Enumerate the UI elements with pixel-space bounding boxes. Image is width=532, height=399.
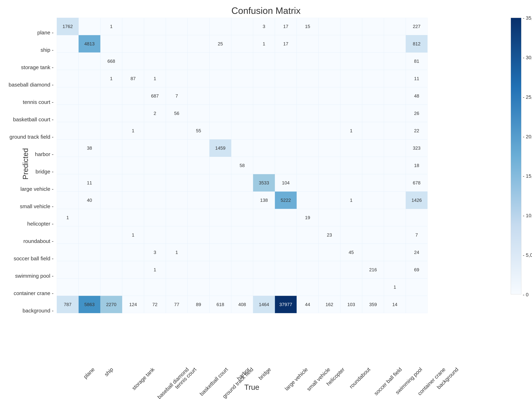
cell-16-14: 359 [362, 296, 384, 313]
cell-4-1 [79, 87, 100, 105]
cell-value-16-9: 1464 [259, 302, 269, 307]
cell-16-13: 103 [340, 296, 362, 313]
cell-12-9 [253, 226, 275, 244]
colorbar: - 35,000- 30,000- 25,000- 20,000- 15,000… [511, 18, 521, 316]
cell-value-9-1: 11 [87, 180, 92, 186]
cell-5-8 [231, 105, 253, 122]
cell-12-0 [57, 226, 79, 244]
cell-15-15: 1 [384, 279, 406, 296]
cell-8-15 [384, 157, 406, 174]
cell-13-0 [57, 244, 79, 261]
cell-14-4: 1 [144, 261, 166, 279]
cell-4-3 [122, 87, 144, 105]
cell-8-0 [57, 157, 79, 174]
cell-15-11 [297, 279, 318, 296]
cell-16-15: 14 [384, 296, 406, 313]
cell-8-1 [79, 157, 100, 174]
cell-13-5: 1 [166, 244, 188, 261]
colorbar-label-7: - 0 [523, 292, 529, 298]
cell-9-5 [166, 174, 188, 191]
cell-3-15 [384, 70, 406, 87]
cell-9-16: 678 [406, 174, 428, 191]
cell-value-2-2: 668 [108, 58, 115, 64]
cell-2-13 [340, 52, 362, 70]
cell-1-6 [188, 35, 209, 52]
cell-6-15 [384, 122, 406, 139]
cell-2-8 [231, 52, 253, 70]
cell-1-4 [144, 35, 166, 52]
cell-1-15 [384, 35, 406, 52]
row-label-14: swimming pool - [15, 267, 54, 285]
cell-5-13 [340, 105, 362, 122]
cell-value-10-9: 138 [260, 197, 268, 203]
cell-16-6: 89 [188, 296, 209, 313]
cell-10-10: 5222 [275, 191, 297, 209]
cell-9-4 [144, 174, 166, 191]
cell-16-11: 44 [297, 296, 318, 313]
cell-14-11 [297, 261, 318, 279]
cell-value-0-10: 17 [283, 24, 288, 29]
colorbar-label-5: - 10,000 [523, 213, 532, 218]
row-label-4: tennis court - [23, 93, 54, 111]
cell-11-5 [166, 209, 188, 226]
cell-3-0 [57, 70, 79, 87]
cell-value-16-14: 359 [369, 302, 377, 307]
cell-9-12 [318, 174, 340, 191]
cell-4-15 [384, 87, 406, 105]
cell-7-4 [144, 139, 166, 157]
cell-value-0-11: 15 [305, 24, 310, 29]
cell-4-10 [275, 87, 297, 105]
cell-13-14 [362, 244, 384, 261]
cell-4-14 [362, 87, 384, 105]
cell-10-8 [231, 191, 253, 209]
colorbar-gradient [511, 18, 521, 294]
colorbar-label-4: - 15,000 [523, 173, 532, 179]
cell-3-10 [275, 70, 297, 87]
col-label-8: bridge [257, 366, 272, 381]
cell-value-15-15: 1 [393, 285, 396, 290]
cell-3-4: 1 [144, 70, 166, 87]
cell-15-16 [406, 279, 428, 296]
cell-2-11 [297, 52, 318, 70]
cell-14-5 [166, 261, 188, 279]
cell-14-12 [318, 261, 340, 279]
cell-14-10 [275, 261, 297, 279]
cell-5-3 [122, 105, 144, 122]
cell-12-2 [100, 226, 122, 244]
cell-12-11 [297, 226, 318, 244]
cell-10-2 [100, 191, 122, 209]
cell-14-13 [340, 261, 362, 279]
cell-0-0: 1762 [57, 18, 79, 35]
cell-12-10 [275, 226, 297, 244]
cell-3-14 [362, 70, 384, 87]
row-label-9: large vehicle - [20, 180, 54, 198]
cell-12-4 [144, 226, 166, 244]
cell-10-1: 40 [79, 191, 100, 209]
cell-value-16-5: 77 [174, 302, 179, 307]
row-label-6: ground track field - [10, 128, 54, 146]
cell-4-8 [231, 87, 253, 105]
cell-11-9 [253, 209, 275, 226]
cell-14-1 [79, 261, 100, 279]
row-label-0: plane - [37, 24, 54, 42]
cell-13-6 [188, 244, 209, 261]
cell-value-0-9: 3 [263, 24, 265, 29]
chart-title: Confusion Matrix [0, 5, 532, 16]
cell-14-9 [253, 261, 275, 279]
colorbar-label-2: - 25,000 [523, 94, 532, 100]
cell-2-3 [122, 52, 144, 70]
cell-0-9: 3 [253, 18, 275, 35]
cell-6-14 [362, 122, 384, 139]
cell-15-0 [57, 279, 79, 296]
cell-11-4 [144, 209, 166, 226]
cell-3-11 [297, 70, 318, 87]
cell-value-16-1: 5863 [84, 302, 95, 307]
cell-13-12 [318, 244, 340, 261]
cell-13-13: 45 [340, 244, 362, 261]
cell-value-9-10: 104 [282, 180, 290, 186]
cell-5-7 [209, 105, 231, 122]
cell-11-10 [275, 209, 297, 226]
cell-4-9 [253, 87, 275, 105]
cell-3-3: 87 [122, 70, 144, 87]
cell-10-15 [384, 191, 406, 209]
